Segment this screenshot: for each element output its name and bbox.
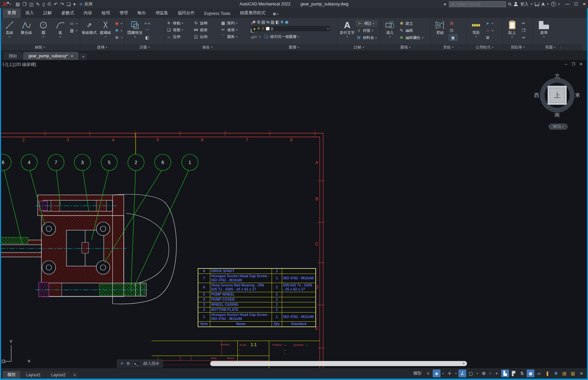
insert-block-button[interactable]: 插入▾ xyxy=(382,19,398,44)
viewport-menu-control[interactable]: [-] xyxy=(3,62,6,67)
detail-cutout-button[interactable]: ◧ xyxy=(144,35,150,41)
sign-in-button[interactable]: 登入 xyxy=(520,1,528,7)
open-folder-icon[interactable]: ❒ xyxy=(21,2,27,7)
isolate-objects-icon[interactable]: ▱ xyxy=(535,369,543,377)
doc-restore-button[interactable]: ❐ xyxy=(572,62,575,66)
new-file-icon[interactable]: ▤ xyxy=(15,2,21,7)
panel-label-modify[interactable]: 修改▾ xyxy=(165,44,250,51)
drawing-canvas[interactable]: [-] [上] [2D 線架構] ─ ❐ ✕ xyxy=(0,60,588,368)
layer-off-icon[interactable]: ▨ xyxy=(271,20,274,24)
mtext-button[interactable]: A 多行文字▾ xyxy=(339,19,355,44)
copy-button[interactable]: ❏複製▾ xyxy=(166,27,193,33)
viewcube[interactable]: 北 南 西 東 上 xyxy=(536,74,578,116)
panel-label-utilities[interactable]: 公用程式▾ xyxy=(467,44,502,51)
ribbon-tab[interactable]: 內容 xyxy=(79,8,97,18)
layer-thaw-icon[interactable]: ◉ xyxy=(285,20,288,24)
sign-in-caret-icon[interactable]: ▾ xyxy=(531,2,532,6)
layer-unisolate-icon[interactable]: ⇆ xyxy=(266,20,270,24)
layer-match-button[interactable]: ▭▾ xyxy=(252,34,260,40)
paste-special-button[interactable]: ✑ xyxy=(521,35,526,41)
layout-tab[interactable]: Layout1 xyxy=(21,371,45,379)
panel-label-draw[interactable]: 繪製▾ xyxy=(0,44,80,51)
panel-label-group[interactable]: 群組▾ xyxy=(431,44,466,51)
object-snap-icon[interactable]: ▢ xyxy=(467,369,475,377)
center-mark-button[interactable]: ◉▾ xyxy=(114,20,123,26)
move-to-layer-button[interactable]: ❏移到另一個圖層▾ xyxy=(263,34,299,40)
gear-dropdown-icon[interactable]: ▾ xyxy=(488,369,492,377)
polar-tracking-icon[interactable]: ✛ xyxy=(446,369,453,377)
bom-parts-list[interactable]: 8 DRIVE SHAFT 1 7 Hexagon Socket Head Ca… xyxy=(198,268,316,327)
dimension-button[interactable]: ⊢標註▾ xyxy=(356,20,377,26)
search-input[interactable] xyxy=(451,2,504,6)
save-as-icon[interactable]: ✎ xyxy=(35,2,41,7)
minimize-button[interactable]: — xyxy=(565,2,569,6)
quick-select-button[interactable]: ➤▾ xyxy=(485,20,493,26)
pump-assembly[interactable] xyxy=(0,194,176,304)
cut-button[interactable]: ✂ xyxy=(521,20,526,26)
ungroup-button[interactable]: ⊠ xyxy=(449,20,457,26)
snap-dropdown-icon[interactable]: ▾ xyxy=(441,369,445,377)
viewcube-east[interactable]: 東 xyxy=(575,92,580,99)
snap-mode-icon[interactable]: ◈ xyxy=(433,369,440,377)
help-icon[interactable]: ? xyxy=(551,2,556,6)
edit-attributes-button[interactable]: ❖編輯屬性▾ xyxy=(399,35,423,41)
layer-isolate-icon[interactable]: ▤ xyxy=(261,20,265,24)
command-close-icon[interactable]: ✕ xyxy=(120,361,123,366)
search-collapse-icon[interactable]: ▶ xyxy=(444,2,447,6)
detail-circle-button[interactable]: ◠ xyxy=(144,27,150,34)
layer-on-icon[interactable]: ◧ xyxy=(276,20,279,24)
ribbon-tab[interactable]: 管理 xyxy=(115,8,133,18)
bom-button[interactable]: ⊠材料表▾ xyxy=(356,35,377,41)
ribbon-tab[interactable]: 註解 xyxy=(39,8,57,18)
annotation-visibility-icon[interactable]: ▛ xyxy=(510,369,517,377)
annotation-autoscale-icon[interactable]: ⇅ xyxy=(518,369,526,377)
base-view-button[interactable]: 基準▾ xyxy=(534,19,553,44)
construction-line-button[interactable]: ╳ 建構線▾ xyxy=(98,19,113,44)
qat-menu-icon[interactable]: ▾ xyxy=(72,2,77,7)
start-tab[interactable]: 開始 xyxy=(3,52,22,60)
panel-label-view[interactable]: 視圖▾⌄ xyxy=(533,44,583,51)
new-tab-button[interactable]: + xyxy=(79,53,87,60)
measure-button[interactable]: 等距▾ xyxy=(468,19,484,44)
help-search-field[interactable] xyxy=(449,1,506,7)
calculator-button[interactable]: ⊞ xyxy=(485,35,493,41)
copy-clip-button[interactable]: ❐ xyxy=(521,27,526,34)
layer-freeze-icon[interactable]: ❄ xyxy=(280,20,284,24)
circle-button[interactable]: 圓▾ xyxy=(35,19,52,44)
save-to-mobile-icon[interactable]: ▯ xyxy=(41,2,46,7)
autocad-logo-icon[interactable]: AM xyxy=(3,1,9,7)
sheet-set-icon[interactable]: ❏ xyxy=(66,2,72,7)
array-button[interactable]: ▦陣列▾ xyxy=(220,20,248,26)
crosshair-icon[interactable]: + xyxy=(493,369,501,377)
paste-button[interactable]: 貼上▾ xyxy=(504,19,520,44)
quick-calc-magnet-button[interactable]: ∩▾ xyxy=(485,27,493,34)
help-caret-icon[interactable]: ▾ xyxy=(558,2,560,6)
polar-dropdown-icon[interactable]: ▾ xyxy=(454,369,458,377)
group-selection-toggle[interactable]: ▣ xyxy=(449,35,457,41)
ribbon-tab[interactable]: Express Tools xyxy=(199,9,235,18)
ribbon-tab[interactable]: 參數式 xyxy=(57,8,79,18)
view-control[interactable]: [上] xyxy=(7,62,14,67)
autodesk-app-icon[interactable]: A xyxy=(542,2,545,7)
fillet-button[interactable]: ⌒圓角▾ xyxy=(220,34,248,40)
mech-layers-icon[interactable]: ▤ xyxy=(561,369,568,377)
tab-close-icon[interactable]: ✕ xyxy=(71,54,73,58)
command-history-icon[interactable]: ▲ xyxy=(462,361,465,365)
command-tools-icon[interactable]: ⚒ xyxy=(126,361,130,366)
stretch-button[interactable]: ↔拉伸 xyxy=(166,34,193,40)
close-button[interactable]: ✕ xyxy=(583,2,586,6)
panel-label-layer[interactable]: 圖層▾ xyxy=(250,44,337,51)
isodraft-icon[interactable]: ∠ xyxy=(458,369,466,377)
construction-burst-button[interactable]: ✹▾ xyxy=(114,27,123,34)
maximize-button[interactable]: ☐ xyxy=(574,2,578,6)
graphics-warning-icon[interactable]: ▨ xyxy=(569,369,577,377)
panel-label-block[interactable]: 圖塊▾ xyxy=(380,44,430,51)
group-button[interactable]: 群組 xyxy=(432,19,448,44)
line-button[interactable]: 直線▾ xyxy=(1,19,18,44)
trim-button[interactable]: ✂修剪▾ xyxy=(220,27,248,33)
scale-button[interactable]: ◱比例 xyxy=(193,34,220,40)
group-edit-button[interactable]: ⊡ xyxy=(449,27,457,34)
arc-button[interactable]: 弧▾ xyxy=(52,19,68,44)
layout-tab[interactable]: Layout2 xyxy=(46,371,71,379)
viewcube-west[interactable]: 西 xyxy=(534,92,539,99)
